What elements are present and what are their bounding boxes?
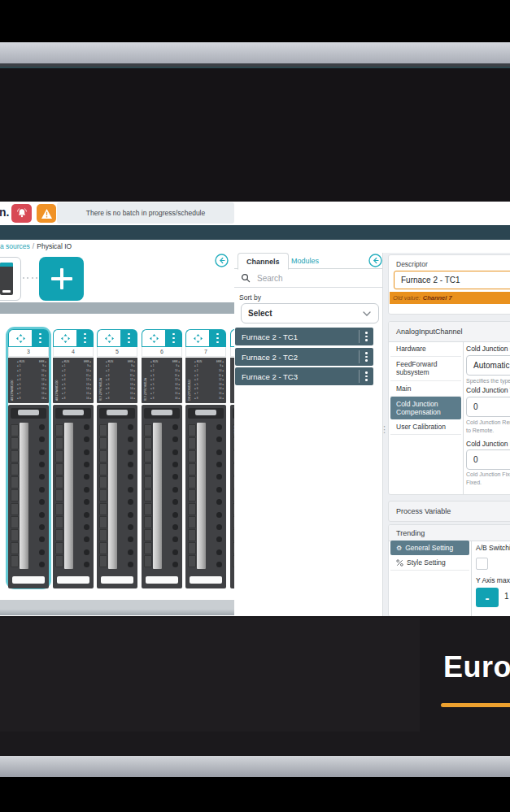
- module-move-handle[interactable]: [142, 329, 165, 347]
- field-helper: Cold Junction Remote: [466, 419, 510, 425]
- module-latch: [55, 408, 91, 419]
- descriptor-input[interactable]: [394, 271, 510, 289]
- breadcrumb-parent-link[interactable]: a sources: [0, 242, 30, 250]
- module-header: [8, 329, 49, 347]
- bezel-bottom: Eurotherm: [0, 616, 510, 756]
- channel-kebab-menu[interactable]: [359, 370, 373, 383]
- chevron-down-icon: [363, 311, 371, 316]
- module-kebab-menu[interactable]: [76, 329, 94, 347]
- plus-icon: [50, 267, 74, 291]
- io-module-slot-3[interactable]: 3 AI8 ZIPAI08D210 ● RUNERR ●● 19 ●● 210 …: [8, 329, 49, 587]
- tab-channels[interactable]: Channels: [238, 253, 289, 270]
- module-latch: [11, 408, 46, 419]
- trending-card: Trending ⚙ General Setting: [388, 524, 510, 616]
- process-variable-card[interactable]: Process Variable: [388, 501, 510, 522]
- module-move-handle[interactable]: [185, 329, 209, 347]
- module-move-handle[interactable]: [8, 329, 32, 347]
- field-label: Cold Junction Compensation: [466, 345, 510, 353]
- channel-settings-content: Cold Junction Compensation Automatic Com…: [463, 341, 510, 494]
- device-photo: n. There is no batch in progress/schedul…: [0, 0, 510, 812]
- module-holes: [172, 424, 178, 567]
- style-setting-label: Style Setting: [407, 558, 446, 567]
- module-kebab-menu[interactable]: [120, 329, 137, 347]
- module-kebab-menu[interactable]: [32, 329, 49, 347]
- move-icon: [61, 334, 70, 343]
- module-label-slot: [146, 576, 178, 584]
- device-bottom-edge: [0, 756, 510, 777]
- bezel-top: [0, 68, 510, 202]
- sort-by-label: Sort by: [239, 293, 261, 302]
- module-holes: [39, 424, 45, 567]
- module-wiring-bar: [64, 423, 73, 569]
- collapse-rack-panel-button[interactable]: [215, 254, 229, 267]
- module-terminals: [144, 424, 152, 567]
- y-axis-max-value: 1: [504, 592, 509, 601]
- module-move-handle[interactable]: [53, 329, 76, 347]
- move-icon: [105, 334, 114, 343]
- descriptor-label: Descriptor: [396, 260, 428, 268]
- cold-junction-fixed-input[interactable]: 0: [466, 449, 510, 470]
- menu-item-hardware[interactable]: Hardware: [390, 341, 461, 357]
- warning-button[interactable]: [37, 204, 56, 223]
- sort-by-value: Select: [248, 309, 363, 318]
- io-module-slot-4[interactable]: 4 AI8 ZIPAI08D210 ● RUNERR ●● 19 ●● 210 …: [53, 329, 94, 587]
- y-axis-max-decrement-button[interactable]: -: [476, 588, 499, 607]
- module-latch: [188, 408, 224, 419]
- module-move-handle[interactable]: [97, 329, 120, 347]
- cold-junction-temperature-input[interactable]: 0: [466, 397, 510, 417]
- field-helper: Cold Junction Fixed: [466, 471, 510, 477]
- warning-triangle-icon: [41, 208, 53, 219]
- breadcrumb-separator: /: [33, 242, 34, 250]
- trending-header[interactable]: Trending: [389, 525, 510, 541]
- menu-item-main[interactable]: Main: [390, 381, 461, 397]
- ab-switching-checkbox[interactable]: [476, 558, 488, 570]
- module-header: [97, 329, 137, 347]
- alarm-bell-button[interactable]: [11, 204, 32, 223]
- module-slot-number: 3: [8, 347, 49, 357]
- module-led-face: RLY ZIPRLY0815A ● RUNERR ●● 19 ●● 210 ●●…: [142, 358, 182, 403]
- descriptor-card: Descriptor Old value: Channel 7: [388, 254, 510, 315]
- collapse-channels-panel-button[interactable]: [368, 254, 382, 267]
- module-led-face: AI8 ZIPAI08D210 ● RUNERR ●● 19 ●● 210 ●●…: [8, 358, 49, 403]
- module-kebab-menu[interactable]: [209, 329, 226, 347]
- menu-item-cold-junction[interactable]: Cold Junction Compensation: [390, 397, 461, 419]
- breadcrumb-current: Physical IO: [37, 242, 72, 250]
- splitter-handle-right[interactable]: ⋮: [380, 427, 385, 432]
- move-icon: [194, 334, 203, 343]
- trending-menu: ⚙ General Setting Style Setting: [389, 541, 472, 616]
- menu-item-general-setting[interactable]: ⚙ General Setting: [390, 541, 469, 555]
- channel-search-input[interactable]: [255, 273, 356, 284]
- old-value-label: Old value:: [393, 294, 421, 302]
- gear-icon: ⚙: [396, 545, 402, 552]
- module-kebab-menu[interactable]: [165, 329, 182, 347]
- menu-item-feedforward[interactable]: FeedForward subsystem: [390, 357, 461, 380]
- module-led-face: DI8 ZIPDI08D422 ● RUNERR ●● 19 ●● 210 ●●…: [185, 358, 226, 403]
- module-terminals: [99, 424, 107, 567]
- brand-underline: [441, 703, 510, 707]
- channel-kebab-menu[interactable]: [359, 350, 373, 363]
- module-terminal-body: [142, 405, 182, 588]
- cold-junction-type-select[interactable]: Automatic Compensation: [466, 355, 510, 376]
- channel-list-item[interactable]: Furnace 2 - TC1: [235, 328, 373, 345]
- module-terminal-body: [185, 405, 226, 588]
- menu-item-style-setting[interactable]: Style Setting: [390, 555, 469, 571]
- rack-thumbnail-card[interactable]: [0, 257, 21, 301]
- channel-kebab-menu[interactable]: [359, 330, 373, 343]
- add-module-button[interactable]: [39, 257, 84, 301]
- module-part-label: RLY ZIPRLY0815A: [145, 378, 147, 401]
- channel-list-item[interactable]: Furnace 2 - TC2: [235, 348, 373, 366]
- channels-tab-bar: Channels Modules: [234, 253, 382, 269]
- bell-icon: [15, 207, 28, 220]
- io-module-slot-7[interactable]: 7 DI8 ZIPDI08D422 ● RUNERR ●● 19 ●● 210 …: [185, 329, 226, 587]
- sort-by-select[interactable]: Select: [241, 303, 379, 323]
- hmi-screen: n. There is no batch in progress/schedul…: [0, 202, 510, 616]
- general-setting-label: General Setting: [405, 544, 453, 552]
- io-module-slot-5[interactable]: 5 RLY ZIPRLY0815A ● RUNERR ●● 19 ●● 210 …: [97, 329, 137, 587]
- channel-settings-menu: Hardware FeedForward subsystem Main Cold…: [389, 341, 464, 494]
- menu-item-user-calibration[interactable]: User Calibration: [390, 419, 461, 435]
- channel-list-item[interactable]: Furnace 2 - TC3: [235, 367, 373, 385]
- io-module-slot-6[interactable]: 6 RLY ZIPRLY0815A ● RUNERR ●● 19 ●● 210 …: [142, 329, 182, 587]
- tab-modules[interactable]: Modules: [291, 253, 319, 268]
- module-wiring-bar: [153, 423, 162, 569]
- module-led-face: AI8 ZIPAI08D210 ● RUNERR ●● 19 ●● 210 ●●…: [53, 358, 94, 403]
